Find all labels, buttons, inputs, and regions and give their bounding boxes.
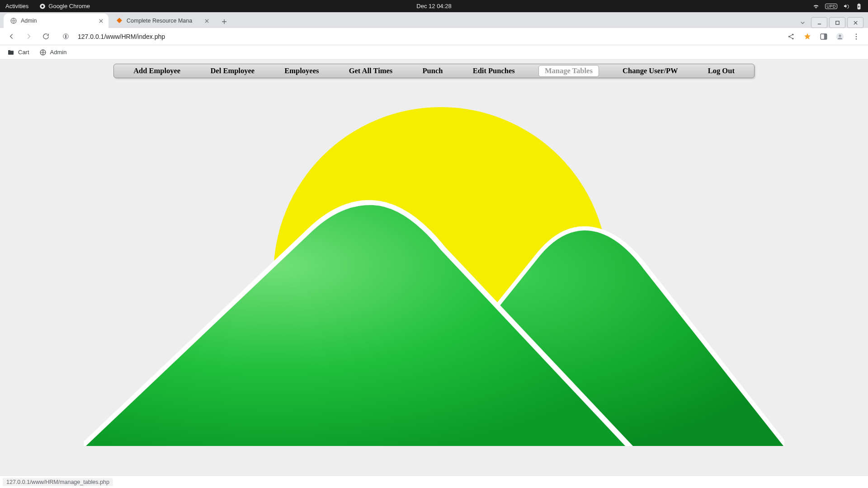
- svg-rect-11: [824, 34, 827, 39]
- bookmark-cart[interactable]: Cart: [7, 49, 29, 56]
- clock[interactable]: Dec 12 04:28: [416, 3, 451, 9]
- forward-button[interactable]: [22, 30, 35, 43]
- back-button[interactable]: [5, 30, 18, 43]
- gnome-top-bar: Activities Google Chrome Dec 12 04:28 UP…: [0, 0, 868, 12]
- window-minimize-button[interactable]: [811, 17, 827, 28]
- tab-search-button[interactable]: [796, 17, 809, 28]
- profile-avatar-icon[interactable]: [835, 32, 844, 41]
- svg-point-15: [856, 36, 857, 37]
- bookmark-admin[interactable]: Admin: [39, 49, 67, 56]
- share-icon[interactable]: [787, 32, 796, 41]
- activities-button[interactable]: Activities: [5, 3, 28, 9]
- menu-del-employee[interactable]: Del Employee: [204, 65, 261, 77]
- diamond-icon: [116, 17, 123, 24]
- bookmark-label: Admin: [50, 49, 67, 56]
- current-app-indicator[interactable]: Google Chrome: [39, 3, 90, 9]
- battery-icon[interactable]: [855, 3, 863, 10]
- tab-title: Complete Resource Mana: [127, 18, 200, 24]
- folder-icon: [7, 49, 14, 56]
- bookmarks-bar: Cart Admin: [0, 45, 868, 60]
- window-close-button[interactable]: [847, 17, 863, 28]
- tab-title: Admin: [21, 18, 94, 24]
- browser-tab-strip: Admin Complete Resource Mana: [0, 12, 868, 28]
- menu-add-employee[interactable]: Add Employee: [127, 65, 187, 77]
- svg-point-14: [856, 33, 857, 35]
- current-app-label: Google Chrome: [48, 3, 90, 9]
- svg-point-1: [42, 5, 44, 7]
- menu-log-out[interactable]: Log Out: [702, 65, 741, 77]
- svg-point-8: [792, 33, 793, 35]
- menu-change-user-pw[interactable]: Change User/PW: [616, 65, 684, 77]
- svg-point-13: [839, 34, 841, 37]
- svg-rect-6: [65, 36, 66, 38]
- menu-edit-punches[interactable]: Edit Punches: [467, 65, 521, 77]
- svg-point-7: [788, 36, 790, 37]
- reload-button[interactable]: [39, 30, 52, 43]
- status-url: 127.0.0.1/www/HRM/manage_tables.php: [3, 478, 113, 486]
- chrome-icon: [39, 3, 46, 9]
- site-info-icon[interactable]: [59, 30, 72, 43]
- app-menu-bar: Add Employee Del Employee Employees Get …: [113, 64, 755, 78]
- address-field[interactable]: 127.0.0.1/www/HRM/index.php: [76, 33, 783, 40]
- window-controls: [796, 17, 868, 28]
- landscape-graphic: [84, 94, 784, 446]
- menu-manage-tables[interactable]: Manage Tables: [538, 65, 599, 77]
- system-tray: UPD: [812, 3, 863, 10]
- updates-badge[interactable]: UPD: [825, 4, 837, 9]
- globe-icon: [10, 17, 17, 24]
- kebab-menu-icon[interactable]: [852, 32, 861, 41]
- side-panel-icon[interactable]: [819, 32, 828, 41]
- svg-point-9: [792, 38, 793, 39]
- tab-close-button[interactable]: [203, 18, 210, 24]
- svg-rect-3: [835, 21, 839, 24]
- bookmark-label: Cart: [18, 49, 29, 56]
- menu-punch[interactable]: Punch: [416, 65, 449, 77]
- browser-tab-admin[interactable]: Admin: [4, 14, 108, 28]
- tab-close-button[interactable]: [98, 18, 104, 24]
- new-tab-button[interactable]: [218, 15, 231, 28]
- svg-point-16: [856, 38, 857, 39]
- bookmark-star-icon[interactable]: [803, 32, 812, 41]
- browser-status-bar: 127.0.0.1/www/HRM/manage_tables.php: [0, 475, 868, 488]
- wifi-icon[interactable]: [812, 3, 820, 10]
- browser-toolbar: 127.0.0.1/www/HRM/index.php: [0, 28, 868, 45]
- svg-point-5: [65, 35, 66, 36]
- browser-tab-resource-mgmt[interactable]: Complete Resource Mana: [109, 14, 214, 28]
- menu-employees[interactable]: Employees: [278, 65, 325, 77]
- menu-get-all-times[interactable]: Get All Times: [343, 65, 399, 77]
- page-content: Add Employee Del Employee Employees Get …: [0, 60, 868, 475]
- window-maximize-button[interactable]: [829, 17, 845, 28]
- volume-icon[interactable]: [843, 3, 850, 10]
- globe-icon: [39, 49, 47, 56]
